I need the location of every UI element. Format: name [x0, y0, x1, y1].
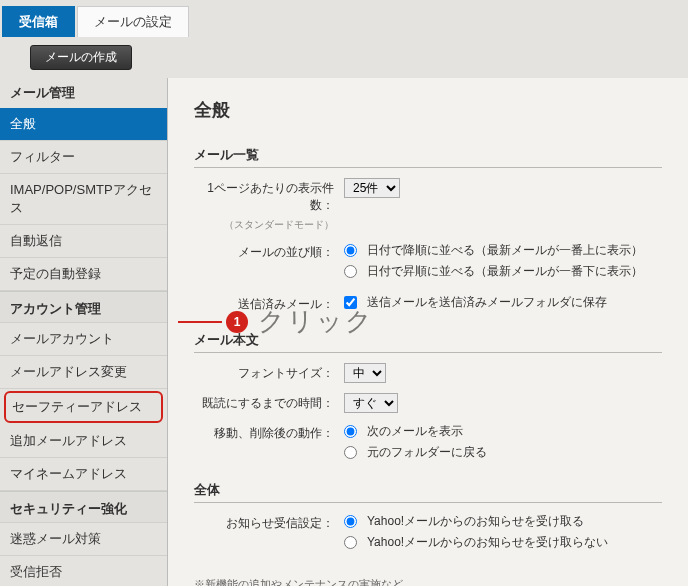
radio-move-back[interactable]: [344, 446, 357, 459]
label-read: 既読にするまでの時間：: [194, 393, 344, 412]
sidebar-item-filter[interactable]: フィルター: [0, 141, 167, 174]
compose-row: メールの作成: [0, 37, 688, 78]
radio-notify-no[interactable]: [344, 536, 357, 549]
radio-notify-yes[interactable]: [344, 515, 357, 528]
top-tabs: 受信箱 メールの設定: [0, 0, 688, 37]
label-sort-asc: 日付で昇順に並べる（最新メールが一番下に表示）: [367, 263, 643, 280]
label-font: フォントサイズ：: [194, 363, 344, 382]
content-area: 全般 メール一覧 1ページあたりの表示件数： 25件 （スタンダードモード） メ…: [168, 78, 688, 586]
section-mail-list: メール一覧: [194, 146, 662, 168]
label-sort: メールの並び順：: [194, 242, 344, 261]
tab-inbox[interactable]: 受信箱: [2, 6, 75, 37]
radio-sort-desc[interactable]: [344, 244, 357, 257]
checkbox-sent[interactable]: [344, 296, 357, 309]
label-move-back: 元のフォルダーに戻る: [367, 444, 487, 461]
compose-button[interactable]: メールの作成: [30, 45, 132, 70]
sidebar-item-myname[interactable]: マイネームアドレス: [0, 458, 167, 491]
sidebar-section-mail: メール管理: [0, 78, 167, 108]
sidebar-item-mailaccount[interactable]: メールアカウント: [0, 323, 167, 356]
sidebar-item-block[interactable]: 受信拒否: [0, 556, 167, 586]
section-mail-body: メール本文: [194, 331, 662, 353]
label-notify-yes: Yahoo!メールからのお知らせを受け取る: [367, 513, 584, 530]
select-read[interactable]: すぐ: [344, 393, 398, 413]
sidebar-item-schedule[interactable]: 予定の自動登録: [0, 258, 167, 291]
label-sort-desc: 日付で降順に並べる（最新メールが一番上に表示）: [367, 242, 643, 259]
select-per-page[interactable]: 25件: [344, 178, 400, 198]
page-title: 全般: [194, 98, 662, 122]
radio-move-next[interactable]: [344, 425, 357, 438]
label-sent-check: 送信メールを送信済みメールフォルダに保存: [367, 294, 607, 311]
radio-sort-asc[interactable]: [344, 265, 357, 278]
label-notify-no: Yahoo!メールからのお知らせを受け取らない: [367, 534, 608, 551]
label-move: 移動、削除後の動作：: [194, 423, 344, 442]
section-all: 全体: [194, 481, 662, 503]
sidebar-section-security: セキュリティー強化: [0, 491, 167, 523]
bottom-note: ※新機能の追加やメンテナンスの実施など…: [194, 565, 662, 586]
select-font[interactable]: 中: [344, 363, 386, 383]
label-sent: 送信済みメール：: [194, 294, 344, 313]
label-move-next: 次のメールを表示: [367, 423, 463, 440]
label-per-page-note: （スタンダードモード）: [194, 218, 344, 232]
sidebar-item-autoreply[interactable]: 自動返信: [0, 225, 167, 258]
label-per-page: 1ページあたりの表示件数：: [194, 178, 344, 214]
sidebar-item-spam[interactable]: 迷惑メール対策: [0, 523, 167, 556]
sidebar: メール管理 全般 フィルター IMAP/POP/SMTPアクセス 自動返信 予定…: [0, 78, 168, 586]
tab-settings[interactable]: メールの設定: [77, 6, 189, 37]
sidebar-item-general[interactable]: 全般: [0, 108, 167, 141]
label-notify: お知らせ受信設定：: [194, 513, 344, 532]
sidebar-item-imap[interactable]: IMAP/POP/SMTPアクセス: [0, 174, 167, 225]
sidebar-item-mailchange[interactable]: メールアドレス変更: [0, 356, 167, 389]
sidebar-item-safety-address[interactable]: セーフティーアドレス: [4, 391, 163, 423]
sidebar-item-addaddress[interactable]: 追加メールアドレス: [0, 425, 167, 458]
sidebar-section-account: アカウント管理: [0, 291, 167, 323]
